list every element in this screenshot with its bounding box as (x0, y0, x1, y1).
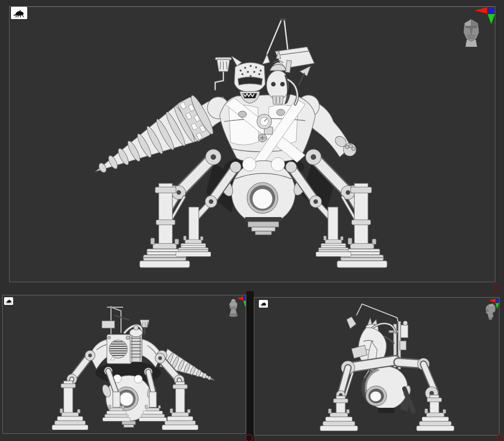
creature-silhouette-icon (12, 9, 26, 18)
subtool-thumbnail-button[interactable] (259, 300, 268, 308)
axis-y-arrow-icon (495, 303, 499, 309)
viewport-side-view[interactable] (254, 297, 499, 436)
viewport-divider (247, 291, 254, 441)
gizmo-capsule-icon (229, 299, 238, 317)
scene-side (254, 298, 499, 435)
cursor-ring (493, 284, 500, 291)
axis-z-dot-icon (243, 296, 246, 300)
orientation-gizmo[interactable] (226, 295, 246, 319)
axis-x-arrow-icon (474, 7, 487, 14)
creature-silhouette-icon (260, 301, 267, 307)
scene-front (10, 7, 495, 282)
axis-y-arrow-icon (243, 301, 246, 307)
gizmo-head-icon (464, 19, 479, 47)
model-back (52, 306, 218, 430)
cursor-ring (497, 434, 504, 441)
viewport-front-view[interactable] (9, 6, 495, 282)
model-side (320, 304, 454, 431)
sculpt-canvas (0, 0, 504, 441)
scene-back (3, 295, 246, 433)
subtool-thumbnail-button[interactable] (4, 297, 13, 305)
creature-silhouette-icon (5, 299, 13, 304)
subtool-thumbnail-button[interactable] (11, 7, 27, 19)
axis-z-dot-icon (495, 299, 499, 302)
axis-x-arrow-icon (489, 299, 495, 303)
axis-x-arrow-icon (237, 296, 243, 300)
model-front (85, 20, 387, 268)
viewport-back-view[interactable] (2, 295, 246, 434)
orientation-gizmo[interactable] (459, 7, 495, 49)
orientation-gizmo[interactable] (479, 298, 499, 321)
axis-z-dot-icon (488, 7, 494, 14)
cursor-ring (245, 434, 253, 441)
gizmo-head-profile-icon (486, 304, 495, 320)
axis-y-arrow-icon (488, 14, 495, 24)
